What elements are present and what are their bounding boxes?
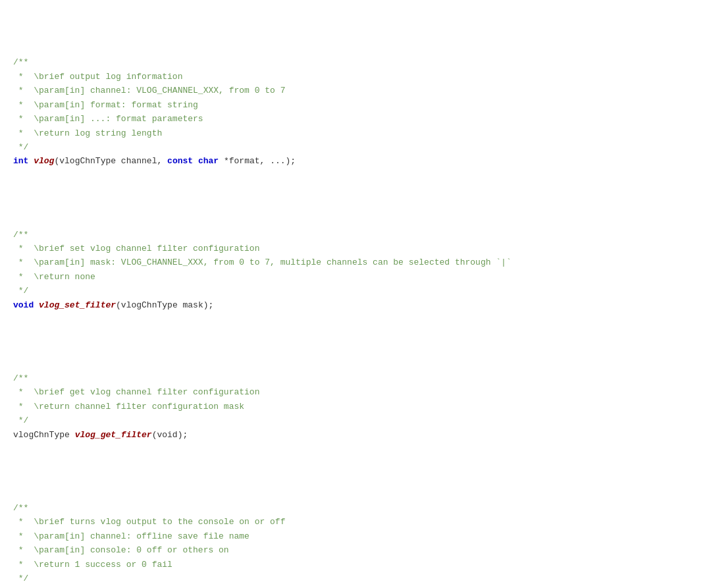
keyword-void-1: void [13, 300, 34, 310]
code-view: /** * \brief output log information * \p… [13, 13, 698, 588]
keyword-char: char [198, 156, 219, 166]
plain-5 [34, 300, 39, 310]
comment-vlog: /** * \brief output log information * \p… [13, 57, 285, 152]
func-vlog-get-filter: vlog_get_filter [75, 430, 152, 440]
section-vlog: /** * \brief output log information * \p… [13, 41, 698, 169]
func-vlog: vlog [34, 156, 54, 166]
plain-8: (void); [152, 430, 188, 440]
section-vlog-get-filter: /** * \brief get vlog channel filter con… [13, 343, 698, 442]
plain-3 [193, 156, 198, 166]
func-vlog-set-filter: vlog_set_filter [39, 300, 116, 310]
plain-2: (vlogChnType channel, [54, 156, 167, 166]
keyword-const: const [167, 156, 193, 166]
comment-set-filter: /** * \brief set vlog channel filter con… [13, 230, 512, 296]
plain-4: *format, ...); [219, 156, 296, 166]
comment-set-console: /** * \brief turns vlog output to the co… [13, 503, 285, 583]
keyword-int-1: int [13, 156, 28, 166]
section-vlog-set-console: /** * \brief turns vlog output to the co… [13, 473, 698, 588]
comment-get-filter: /** * \brief get vlog channel filter con… [13, 373, 259, 425]
plain-7: vlogChnType [13, 430, 75, 440]
plain-6: (vlogChnType mask); [116, 300, 213, 310]
section-vlog-set-filter: /** * \brief set vlog channel filter con… [13, 200, 698, 313]
